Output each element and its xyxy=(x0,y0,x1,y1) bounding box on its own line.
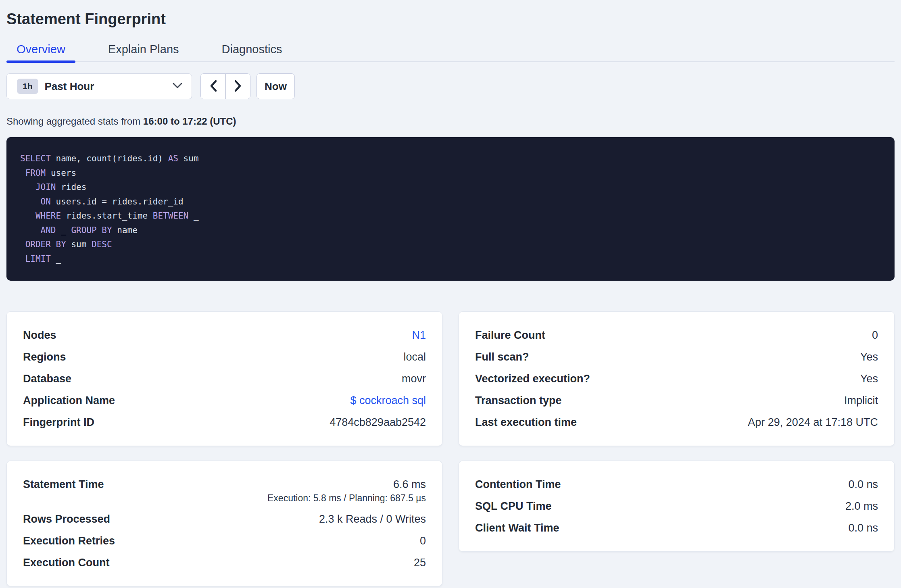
prev-time-button[interactable] xyxy=(201,74,225,99)
sql-line: ON users.id = rides.rider_id xyxy=(20,195,881,209)
detail-subvalue: Execution: 5.8 ms / Planning: 687.5 µs xyxy=(267,492,426,505)
detail-row: Contention Time 0.0 ns xyxy=(475,477,878,492)
detail-value: 0 xyxy=(872,328,878,342)
aggregated-stats-prefix: Showing aggregated stats from xyxy=(6,116,143,127)
detail-value: 25 xyxy=(414,555,426,570)
now-button[interactable]: Now xyxy=(257,73,295,99)
detail-row: Vectorized execution? Yes xyxy=(475,371,878,386)
detail-value: 4784cb829aab2542 xyxy=(330,415,426,430)
detail-value: 2.0 ms xyxy=(845,499,878,513)
card-statement-details: Nodes N1 Regions local Database movr App… xyxy=(6,311,442,446)
sql-line: WHERE rides.start_time BETWEEN _ xyxy=(20,209,881,223)
card-execution-attributes: Failure Count 0 Full scan? Yes Vectorize… xyxy=(459,311,895,446)
card-time-stats: Contention Time 0.0 ns SQL CPU Time 2.0 … xyxy=(459,461,895,552)
sql-line: AND _ GROUP BY name xyxy=(20,223,881,238)
statement-fingerprint-page: Statement Fingerprint Overview Explain P… xyxy=(0,10,901,586)
tab-label: Overview xyxy=(17,43,65,56)
detail-row: Application Name $ cockroach sql xyxy=(23,393,426,408)
detail-label: Contention Time xyxy=(475,477,561,492)
detail-row: SQL CPU Time 2.0 ms xyxy=(475,499,878,513)
card-statement-stats: Statement Time 6.6 ms Execution: 5.8 ms … xyxy=(6,461,442,586)
detail-row: Statement Time 6.6 ms Execution: 5.8 ms … xyxy=(23,477,426,505)
detail-label: Vectorized execution? xyxy=(475,371,590,386)
detail-row: Regions local xyxy=(23,350,426,364)
detail-value: 0 xyxy=(420,534,426,548)
detail-label: Database xyxy=(23,371,71,386)
detail-label: Transaction type xyxy=(475,393,562,408)
detail-value: 6.6 ms xyxy=(393,477,426,492)
detail-value: 0.0 ns xyxy=(848,477,878,492)
aggregated-stats-note: Showing aggregated stats from 16:00 to 1… xyxy=(6,115,895,127)
detail-value: Apr 29, 2024 at 17:18 UTC xyxy=(748,415,878,430)
detail-row: Full scan? Yes xyxy=(475,350,878,364)
sql-statement-box: SELECT name, count(rides.id) AS sum FROM… xyxy=(6,137,895,281)
detail-label: Statement Time xyxy=(23,477,104,492)
detail-row: Execution Count 25 xyxy=(23,555,426,570)
sql-line: FROM users xyxy=(20,166,881,181)
tab-label: Diagnostics xyxy=(222,43,282,56)
tab-diagnostics[interactable]: Diagnostics xyxy=(212,41,292,61)
detail-label: Nodes xyxy=(23,328,56,342)
detail-label: Failure Count xyxy=(475,328,545,342)
tab-bar: Overview Explain Plans Diagnostics xyxy=(6,41,895,62)
tab-label: Explain Plans xyxy=(108,43,179,56)
detail-value: 0.0 ns xyxy=(848,521,878,535)
detail-label: Last execution time xyxy=(475,415,577,430)
detail-row: Transaction type Implicit xyxy=(475,393,878,408)
chevron-right-icon xyxy=(234,79,242,94)
detail-label: SQL CPU Time xyxy=(475,499,552,513)
time-nav-group xyxy=(200,73,250,99)
summary-cards-grid: Nodes N1 Regions local Database movr App… xyxy=(6,311,895,586)
sql-line: ORDER BY sum DESC xyxy=(20,238,881,252)
detail-label: Application Name xyxy=(23,393,115,408)
time-controls: 1h Past Hour Now xyxy=(6,73,895,99)
app-name-link[interactable]: $ cockroach sql xyxy=(350,393,426,408)
detail-value: Yes xyxy=(860,371,878,386)
detail-row: Nodes N1 xyxy=(23,328,426,342)
detail-row: Database movr xyxy=(23,371,426,386)
next-time-button[interactable] xyxy=(225,74,250,99)
detail-label: Rows Processed xyxy=(23,512,110,526)
tab-overview[interactable]: Overview xyxy=(6,41,75,61)
detail-value: 2.3 k Reads / 0 Writes xyxy=(319,512,426,526)
time-range-select[interactable]: 1h Past Hour xyxy=(6,73,192,99)
aggregated-stats-range: 16:00 to 17:22 (UTC) xyxy=(143,116,236,127)
chevron-left-icon xyxy=(209,79,217,94)
sql-line: JOIN rides xyxy=(20,180,881,195)
detail-value-group: 6.6 ms Execution: 5.8 ms / Planning: 687… xyxy=(267,477,426,505)
detail-label: Fingerprint ID xyxy=(23,415,94,430)
detail-label: Client Wait Time xyxy=(475,521,559,535)
chevron-down-icon xyxy=(172,82,183,90)
detail-value: Yes xyxy=(860,350,878,364)
time-range-label: Past Hour xyxy=(45,80,94,93)
detail-row: Rows Processed 2.3 k Reads / 0 Writes xyxy=(23,512,426,526)
detail-label: Execution Count xyxy=(23,555,110,570)
page-title: Statement Fingerprint xyxy=(6,10,895,28)
detail-value: local xyxy=(403,350,426,364)
detail-label: Full scan? xyxy=(475,350,529,364)
sql-line: LIMIT _ xyxy=(20,252,881,267)
detail-row: Client Wait Time 0.0 ns xyxy=(475,521,878,535)
detail-label: Regions xyxy=(23,350,66,364)
detail-row: Failure Count 0 xyxy=(475,328,878,342)
node-link[interactable]: N1 xyxy=(412,328,426,342)
detail-value: Implicit xyxy=(844,393,878,408)
sql-line: SELECT name, count(rides.id) AS sum xyxy=(20,152,881,166)
detail-row: Last execution time Apr 29, 2024 at 17:1… xyxy=(475,415,878,430)
detail-value: movr xyxy=(402,371,426,386)
detail-label: Execution Retries xyxy=(23,534,115,548)
tab-explain-plans[interactable]: Explain Plans xyxy=(98,41,189,61)
time-range-badge: 1h xyxy=(17,79,38,94)
detail-row: Fingerprint ID 4784cb829aab2542 xyxy=(23,415,426,430)
detail-row: Execution Retries 0 xyxy=(23,534,426,548)
